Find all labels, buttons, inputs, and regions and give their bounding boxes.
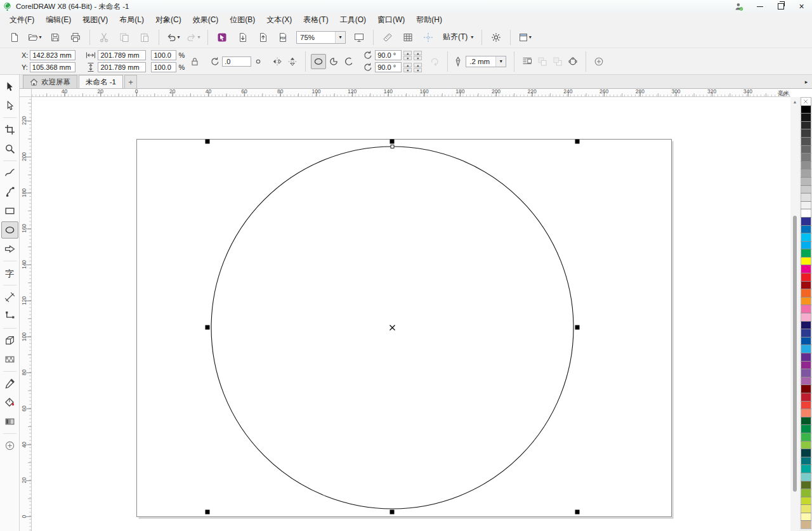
spin-down-icon[interactable]: ▾ bbox=[403, 68, 412, 72]
minimize-button[interactable] bbox=[749, 0, 770, 13]
spin-down-icon[interactable]: ▾ bbox=[414, 56, 422, 60]
color-swatch[interactable] bbox=[801, 409, 811, 417]
scrollbar-thumb[interactable] bbox=[793, 216, 797, 492]
color-swatch[interactable] bbox=[801, 129, 811, 137]
lock-ratio-button[interactable] bbox=[187, 54, 202, 69]
new-tab-button[interactable]: + bbox=[124, 75, 137, 88]
color-swatch[interactable] bbox=[801, 249, 811, 257]
color-swatch[interactable] bbox=[801, 258, 811, 265]
color-swatch[interactable] bbox=[801, 289, 811, 297]
end-angle-spinner[interactable]: ▴▾ bbox=[403, 63, 412, 72]
vertical-ruler[interactable]: 220200180160140120100806040200 bbox=[20, 97, 32, 531]
color-swatch[interactable] bbox=[801, 329, 811, 337]
save-button[interactable] bbox=[46, 29, 65, 46]
object-x-input[interactable] bbox=[30, 50, 75, 60]
ellipse-mode-button[interactable] bbox=[311, 54, 326, 69]
print-button[interactable] bbox=[66, 29, 85, 46]
search-content-button[interactable] bbox=[213, 29, 232, 46]
show-rulers-button[interactable] bbox=[378, 29, 397, 46]
snap-to-button[interactable]: 贴齐(T)▾ bbox=[439, 29, 477, 46]
export-button[interactable] bbox=[253, 29, 272, 46]
color-swatch[interactable] bbox=[801, 265, 811, 273]
object-height-input[interactable] bbox=[98, 62, 146, 72]
zoom-tool[interactable] bbox=[1, 140, 18, 157]
outline-width-select[interactable]: .2 mm▾ bbox=[466, 56, 506, 67]
color-swatch[interactable] bbox=[801, 433, 811, 441]
convert-to-curves-button[interactable] bbox=[565, 54, 580, 69]
tab-scroll-right-button[interactable]: ▸ bbox=[801, 75, 812, 88]
undo-button[interactable]: ▾ bbox=[164, 29, 183, 46]
color-swatch[interactable] bbox=[801, 106, 811, 114]
color-swatch[interactable] bbox=[801, 482, 811, 489]
object-y-input[interactable] bbox=[30, 62, 75, 72]
to-front-button[interactable] bbox=[535, 54, 550, 69]
open-button[interactable]: ▾ bbox=[25, 29, 44, 46]
color-swatch[interactable] bbox=[801, 154, 811, 161]
menu-file[interactable]: 文件(F) bbox=[4, 13, 40, 27]
menu-text[interactable]: 文本(X) bbox=[261, 13, 298, 27]
color-swatch[interactable] bbox=[801, 417, 811, 425]
color-swatch[interactable] bbox=[801, 402, 811, 409]
end-angle-spinner-2[interactable]: ▴▾ bbox=[414, 63, 422, 72]
color-swatch[interactable] bbox=[801, 146, 811, 154]
show-guidelines-button[interactable] bbox=[419, 29, 438, 46]
dropdown-caret-icon[interactable]: ▾ bbox=[39, 34, 41, 40]
start-angle-spinner-2[interactable]: ▴▾ bbox=[414, 51, 422, 60]
application-launcher-button[interactable]: ▾ bbox=[515, 29, 534, 46]
crop-tool[interactable] bbox=[1, 121, 18, 138]
scale-x-input[interactable] bbox=[151, 50, 176, 60]
zoom-dropdown-caret-icon[interactable]: ▾ bbox=[335, 32, 345, 43]
shape-tool[interactable] bbox=[1, 97, 18, 114]
fullscreen-preview-button[interactable] bbox=[350, 29, 369, 46]
color-eyedropper-tool[interactable] bbox=[1, 375, 18, 392]
freehand-tool[interactable] bbox=[1, 164, 18, 181]
start-angle-spinner[interactable]: ▴▾ bbox=[403, 51, 412, 60]
menu-object[interactable]: 对象(C) bbox=[150, 13, 187, 27]
connector-tool[interactable] bbox=[1, 308, 18, 325]
color-swatch[interactable] bbox=[801, 138, 811, 145]
color-swatch[interactable] bbox=[801, 202, 811, 209]
color-swatch[interactable] bbox=[801, 449, 811, 457]
color-swatch[interactable] bbox=[801, 226, 811, 233]
menu-table[interactable]: 表格(T) bbox=[298, 13, 334, 27]
color-swatch[interactable] bbox=[801, 377, 811, 385]
no-fill-swatch[interactable] bbox=[801, 98, 811, 105]
color-swatch[interactable] bbox=[801, 322, 811, 329]
mirror-horizontal-button[interactable] bbox=[270, 54, 285, 69]
arc-mode-button[interactable] bbox=[341, 54, 357, 69]
color-swatch[interactable] bbox=[801, 442, 811, 449]
paste-button[interactable] bbox=[135, 29, 154, 46]
color-swatch[interactable] bbox=[801, 345, 811, 353]
spin-down-icon[interactable]: ▾ bbox=[403, 56, 412, 60]
show-grid-button[interactable] bbox=[398, 29, 417, 46]
redo-button[interactable]: ▾ bbox=[184, 29, 203, 46]
color-swatch[interactable] bbox=[801, 313, 811, 321]
color-swatch[interactable] bbox=[801, 193, 811, 201]
end-angle-input[interactable] bbox=[375, 62, 402, 72]
color-swatch[interactable] bbox=[801, 162, 811, 169]
color-swatch[interactable] bbox=[801, 505, 811, 513]
rotation-angle-input[interactable] bbox=[222, 56, 251, 67]
color-swatch[interactable] bbox=[801, 305, 811, 313]
tab-untitled-1[interactable]: 未命名 -1 bbox=[79, 75, 123, 88]
menu-tools[interactable]: 工具(O) bbox=[334, 13, 372, 27]
import-button[interactable] bbox=[233, 29, 252, 46]
wrap-text-button[interactable] bbox=[520, 54, 535, 69]
menu-edit[interactable]: 编辑(E) bbox=[40, 13, 77, 27]
color-swatch[interactable] bbox=[801, 513, 811, 521]
menu-window[interactable]: 窗口(W) bbox=[372, 13, 410, 27]
color-swatch[interactable] bbox=[801, 353, 811, 361]
dropdown-caret-icon[interactable]: ▾ bbox=[177, 34, 180, 40]
tab-welcome-screen[interactable]: 欢迎屏幕 bbox=[23, 75, 77, 88]
scroll-up-button[interactable]: ▲ bbox=[790, 97, 799, 106]
dropdown-caret-icon[interactable]: ▾ bbox=[197, 34, 200, 40]
parallel-dimension-tool[interactable] bbox=[1, 289, 18, 306]
smart-fill-tool[interactable] bbox=[1, 394, 18, 411]
ellipse-tool[interactable] bbox=[1, 221, 18, 239]
color-swatch[interactable] bbox=[801, 457, 811, 465]
common-shapes-tool[interactable] bbox=[1, 240, 18, 258]
spin-up-icon[interactable]: ▴ bbox=[414, 63, 422, 67]
drawing-canvas[interactable] bbox=[32, 97, 790, 531]
color-swatch[interactable] bbox=[801, 338, 811, 345]
color-swatch[interactable] bbox=[801, 425, 811, 433]
